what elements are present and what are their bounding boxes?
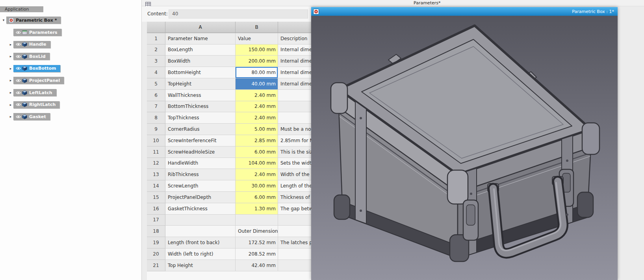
cell-A3[interactable]: BoxWidth: [165, 56, 236, 67]
cell-A1[interactable]: Parameter Name: [165, 33, 236, 45]
caret-right-icon[interactable]: ▸: [8, 67, 13, 70]
cell-A19[interactable]: Length (front to back): [165, 237, 236, 248]
cell-A14[interactable]: ScrewLength: [165, 180, 236, 192]
cell-A6[interactable]: WallThickness: [165, 90, 236, 101]
tree-item-chip[interactable]: LeftLatch: [13, 89, 56, 96]
cell-B12[interactable]: 104.00 mm: [236, 158, 278, 169]
active-tab-title[interactable]: Parameters*: [414, 0, 440, 6]
tree-item-handle[interactable]: ▸Handle: [8, 41, 50, 48]
column-header-A[interactable]: A: [165, 22, 236, 33]
cell-A5[interactable]: TopHeight: [165, 78, 236, 90]
row-header-12[interactable]: 12: [147, 158, 165, 169]
caret-right-icon[interactable]: ▸: [8, 115, 13, 119]
tree-item-boxbottom[interactable]: ▸BoxBottom: [8, 65, 60, 72]
cell-B5[interactable]: 40.00 mm: [236, 78, 278, 90]
column-header-B[interactable]: B: [236, 22, 278, 33]
row-header-21[interactable]: 21: [147, 260, 165, 271]
row-header-14[interactable]: 14: [147, 180, 165, 192]
tree-item-document[interactable]: ▾ Parametric Box *: [1, 17, 61, 24]
tree-item-chip[interactable]: BoxBottom: [13, 65, 60, 72]
3d-viewport[interactable]: [311, 16, 618, 280]
cell-B18[interactable]: Outer Dimensions: [236, 226, 278, 237]
eye-visibility-icon[interactable]: [16, 42, 21, 47]
tree-item-chip[interactable]: Gasket: [13, 113, 50, 120]
row-header-3[interactable]: 3: [147, 56, 165, 67]
cell-content-input[interactable]: 40: [169, 9, 308, 19]
eye-visibility-icon[interactable]: [16, 66, 21, 71]
cell-B10[interactable]: 2.85 mm: [236, 135, 278, 146]
cell-A15[interactable]: ProjectPanelDepth: [165, 192, 236, 203]
caret-right-icon[interactable]: ▸: [8, 78, 13, 82]
cell-A2[interactable]: BoxLength: [165, 45, 236, 56]
cell-A13[interactable]: RibThickness: [165, 169, 236, 180]
row-header-10[interactable]: 10: [147, 135, 165, 146]
tree-item-parameters[interactable]: Parameters: [8, 29, 61, 36]
eye-visibility-icon[interactable]: [16, 30, 21, 35]
cell-B9[interactable]: 5.00 mm: [236, 124, 278, 135]
cell-B19[interactable]: 172.52 mm: [236, 237, 278, 248]
cell-B17[interactable]: [236, 215, 278, 226]
tree-item-projectpanel[interactable]: ▸ProjectPanel: [8, 77, 64, 84]
row-header-13[interactable]: 13: [147, 169, 165, 180]
grid-corner-cell[interactable]: [147, 22, 165, 33]
cell-A20[interactable]: Width (left to right): [165, 248, 236, 260]
caret-right-icon[interactable]: ▸: [8, 91, 13, 95]
table-icon[interactable]: [145, 1, 151, 6]
tree-item-gasket[interactable]: ▸Gasket: [8, 113, 50, 120]
cell-B8[interactable]: 2.40 mm: [236, 112, 278, 124]
cell-B13[interactable]: 2.40 mm: [236, 169, 278, 180]
tree-item-chip[interactable]: ProjectPanel: [13, 77, 64, 84]
cell-A18[interactable]: [165, 226, 236, 237]
row-header-11[interactable]: 11: [147, 146, 165, 158]
eye-visibility-icon[interactable]: [16, 102, 21, 107]
cell-A17[interactable]: [165, 215, 236, 226]
tree-item-chip[interactable]: Handle: [13, 41, 50, 48]
row-header-9[interactable]: 9: [147, 124, 165, 135]
row-header-8[interactable]: 8: [147, 112, 165, 124]
cell-B3[interactable]: 200.00 mm: [236, 56, 278, 67]
cell-B4[interactable]: 80.00 mm: [236, 67, 278, 78]
cell-A16[interactable]: GasketThickness: [165, 203, 236, 215]
caret-right-icon[interactable]: ▸: [8, 43, 13, 46]
caret-right-icon[interactable]: ▸: [8, 103, 13, 107]
row-header-7[interactable]: 7: [147, 101, 165, 113]
cell-A7[interactable]: BottomThickness: [165, 101, 236, 113]
tree-item-chip[interactable]: RightLatch: [13, 101, 59, 108]
caret-right-icon[interactable]: ▸: [8, 54, 13, 58]
row-header-6[interactable]: 6: [147, 90, 165, 101]
tree-item-rightlatch[interactable]: ▸RightLatch: [8, 101, 59, 108]
eye-visibility-icon[interactable]: [16, 54, 21, 59]
row-header-20[interactable]: 20: [147, 248, 165, 260]
cell-B7[interactable]: 2.40 mm: [236, 101, 278, 113]
cell-B20[interactable]: 208.52 mm: [236, 248, 278, 260]
row-header-4[interactable]: 4: [147, 67, 165, 78]
cell-B1[interactable]: Value: [236, 33, 278, 45]
cell-A10[interactable]: ScrewInterferenceFit: [165, 135, 236, 146]
3d-window-titlebar[interactable]: Parametric Box : 1*: [311, 7, 618, 16]
tree-item-chip[interactable]: Parameters: [13, 29, 61, 36]
row-header-19[interactable]: 19: [147, 237, 165, 248]
row-header-17[interactable]: 17: [147, 215, 165, 226]
cell-A21[interactable]: Top Height: [165, 260, 236, 271]
cell-A9[interactable]: CornerRadius: [165, 124, 236, 135]
row-header-16[interactable]: 16: [147, 203, 165, 215]
document-chip[interactable]: Parametric Box *: [6, 17, 61, 24]
tree-item-chip[interactable]: BoxLid: [13, 53, 50, 60]
row-header-1[interactable]: 1: [147, 33, 165, 45]
tree-item-boxlid[interactable]: ▸BoxLid: [8, 53, 50, 60]
row-header-2[interactable]: 2: [147, 45, 165, 56]
tree-item-leftlatch[interactable]: ▸LeftLatch: [8, 89, 56, 96]
caret-down-icon[interactable]: ▾: [1, 18, 6, 22]
cell-B6[interactable]: 2.40 mm: [236, 90, 278, 101]
eye-visibility-icon[interactable]: [16, 78, 21, 83]
cell-B16[interactable]: 1.30 mm: [236, 203, 278, 215]
cell-A4[interactable]: BottomHeight: [165, 67, 236, 78]
eye-visibility-icon[interactable]: [16, 114, 21, 119]
cell-A8[interactable]: TopThickness: [165, 112, 236, 124]
cell-B2[interactable]: 150.00 mm: [236, 45, 278, 56]
row-header-5[interactable]: 5: [147, 78, 165, 90]
tree-root-application[interactable]: Application: [0, 6, 43, 12]
eye-visibility-icon[interactable]: [16, 90, 21, 95]
cell-A11[interactable]: ScrewHeadHoleSize: [165, 146, 236, 158]
cell-B15[interactable]: 6.00 mm: [236, 192, 278, 203]
